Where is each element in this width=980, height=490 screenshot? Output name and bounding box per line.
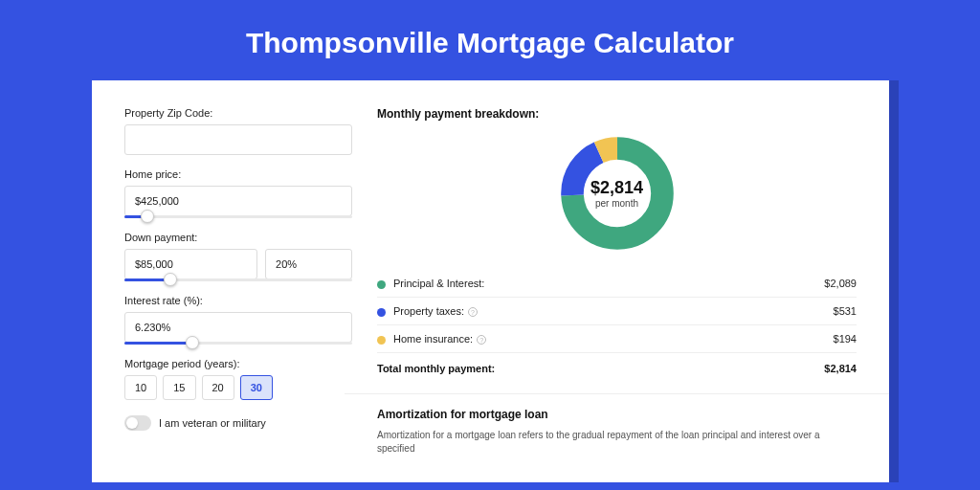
amortization-text: Amortization for a mortgage loan refers … xyxy=(377,429,857,456)
period-option-30[interactable]: 30 xyxy=(240,375,273,400)
interest-rate-slider[interactable] xyxy=(124,342,352,345)
breakdown-value: $531 xyxy=(834,305,857,317)
zip-label: Property Zip Code: xyxy=(124,107,352,119)
down-payment-label: Down payment: xyxy=(124,232,352,243)
period-option-10[interactable]: 10 xyxy=(124,375,157,400)
donut-chart-wrap: $2,814 per month xyxy=(377,134,857,253)
calculator-card: Property Zip Code: Home price: Down paym… xyxy=(92,80,889,482)
donut-chart: $2,814 per month xyxy=(558,134,677,253)
breakdown-total-row: Total monthly payment: $2,814 xyxy=(377,353,857,388)
breakdown-label: Principal & Interest: xyxy=(393,278,484,289)
veteran-row: I am veteran or military xyxy=(124,415,352,431)
breakdown-label: Property taxes: xyxy=(393,305,464,317)
card-shadow: Property Zip Code: Home price: Down paym… xyxy=(92,80,899,482)
amortization-title: Amortization for mortgage loan xyxy=(377,408,857,421)
zip-field: Property Zip Code: xyxy=(124,107,352,155)
down-payment-amount-input[interactable] xyxy=(124,249,257,279)
period-options: 10 15 20 30 xyxy=(124,375,352,400)
slider-thumb[interactable] xyxy=(186,336,199,349)
veteran-label: I am veteran or military xyxy=(159,417,266,429)
donut-center: $2,814 per month xyxy=(558,134,677,253)
down-payment-field: Down payment: xyxy=(124,232,352,281)
inputs-column: Property Zip Code: Home price: Down paym… xyxy=(124,107,352,482)
breakdown-title: Monthly payment breakdown: xyxy=(377,107,857,121)
breakdown-row-insurance: Home insurance:? $194 xyxy=(377,325,857,353)
slider-thumb[interactable] xyxy=(141,210,154,223)
dot-icon xyxy=(377,308,386,317)
home-price-slider[interactable] xyxy=(124,215,352,218)
interest-rate-label: Interest rate (%): xyxy=(124,295,352,306)
period-option-20[interactable]: 20 xyxy=(202,375,234,400)
dot-icon xyxy=(377,336,386,345)
home-price-label: Home price: xyxy=(124,168,352,180)
info-icon[interactable]: ? xyxy=(477,335,486,345)
breakdown-column: Monthly payment breakdown: $2,814 per mo… xyxy=(377,107,857,482)
divider xyxy=(345,393,889,394)
interest-rate-input[interactable] xyxy=(124,312,352,343)
total-value: $2,814 xyxy=(824,363,857,374)
breakdown-value: $2,089 xyxy=(824,278,857,289)
veteran-toggle[interactable] xyxy=(124,415,151,431)
page-title: Thompsonville Mortgage Calculator xyxy=(0,0,980,80)
period-field: Mortgage period (years): 10 15 20 30 xyxy=(124,358,352,400)
home-price-input[interactable] xyxy=(124,186,352,216)
down-payment-percent-input[interactable] xyxy=(265,249,352,279)
donut-sub: per month xyxy=(595,198,638,209)
donut-amount: $2,814 xyxy=(590,178,643,198)
period-label: Mortgage period (years): xyxy=(124,358,352,369)
breakdown-row-taxes: Property taxes:? $531 xyxy=(377,298,857,325)
dot-icon xyxy=(377,280,386,289)
breakdown-label: Home insurance: xyxy=(393,333,473,345)
breakdown-row-principal: Principal & Interest: $2,089 xyxy=(377,270,857,298)
toggle-knob xyxy=(126,417,138,429)
period-option-15[interactable]: 15 xyxy=(163,375,195,400)
interest-rate-field: Interest rate (%): xyxy=(124,295,352,345)
info-icon[interactable]: ? xyxy=(468,307,478,317)
slider-thumb[interactable] xyxy=(164,273,177,286)
zip-input[interactable] xyxy=(124,124,352,155)
total-label: Total monthly payment: xyxy=(377,363,495,374)
breakdown-value: $194 xyxy=(834,333,857,345)
home-price-field: Home price: xyxy=(124,168,352,218)
down-payment-slider[interactable] xyxy=(124,278,352,281)
